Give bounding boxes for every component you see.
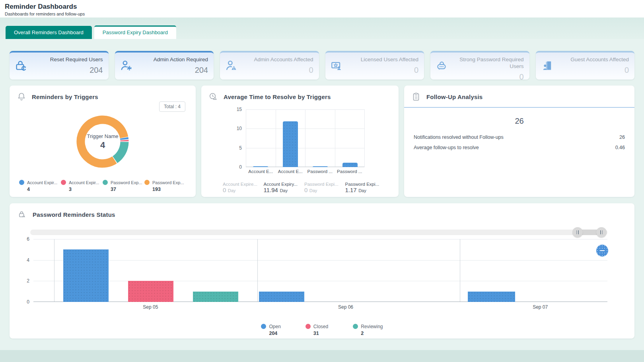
legend-item-open[interactable]: Open 204 xyxy=(261,323,280,336)
panel-title: Password Reminders Status xyxy=(33,211,115,218)
panel-reminders-by-triggers: Reminders by Triggers Total : 4 Trigger … xyxy=(10,86,196,197)
kpi-value: 0 xyxy=(243,66,313,75)
panel-header: Follow-Up Analysis xyxy=(404,92,634,108)
y-tick: 4 xyxy=(27,257,29,263)
panel-title: Average Time to Resolve by Triggers xyxy=(224,93,331,100)
page-header: Reminder Dashboards Dashboards for remin… xyxy=(0,0,644,18)
followup-row-value: 0.46 xyxy=(615,145,625,150)
legend-dot-orange xyxy=(144,180,150,185)
stat-value: 1.17 xyxy=(345,187,357,193)
bar-password-expiry[interactable] xyxy=(342,163,358,167)
legend-item-reviewing[interactable]: Reviewing 2 xyxy=(353,323,383,336)
followup-big-value: 26 xyxy=(404,117,634,126)
bell-icon xyxy=(17,92,26,101)
kpi-card-licensed-users-affected[interactable]: Licensed Users Affected 0 xyxy=(325,51,424,80)
legend-value: 204 xyxy=(269,331,280,336)
bar-closed-sep05[interactable] xyxy=(128,281,173,302)
page-bottom-strip xyxy=(0,350,644,362)
avg-y-axis: 15 10 5 0 xyxy=(220,109,246,167)
donut-center-value: 4 xyxy=(100,140,105,150)
stat-label: Account Expiry... xyxy=(264,182,305,187)
triggers-donut-chart[interactable]: Trigger Name 4 xyxy=(73,112,132,171)
followup-row: Average follow-ups to resolve 0.46 xyxy=(414,142,625,153)
y-tick: 6 xyxy=(27,236,29,242)
legend-label: Password Exp... xyxy=(111,180,142,185)
legend-dot-teal xyxy=(103,180,108,185)
gridline xyxy=(54,239,54,302)
legend-label: Closed xyxy=(313,324,328,329)
kpi-value: 0 xyxy=(559,66,629,75)
stat-value: 11.94 xyxy=(264,187,278,193)
kpi-label: Guest Accounts Affected xyxy=(559,56,629,63)
gridline xyxy=(257,239,258,302)
status-plot-area xyxy=(33,239,607,302)
datazoom-handle-right[interactable] xyxy=(596,227,607,237)
bar-open-sep07[interactable] xyxy=(468,292,515,302)
legend-dot-pink xyxy=(61,180,66,185)
legend-item-closed[interactable]: Closed 31 xyxy=(305,323,328,336)
legend-item[interactable]: Password Exp... 37 xyxy=(103,179,144,192)
legend-label: Account Expir... xyxy=(69,180,99,185)
followup-row-label: Average follow-ups to resolve xyxy=(414,145,479,150)
legend-value: 3 xyxy=(69,187,99,192)
legend-item[interactable]: Account Expir... 4 xyxy=(19,179,61,192)
followup-row: Notifications resolved without Follow-up… xyxy=(414,132,625,142)
status-bar-chart[interactable]: 6 4 2 0 xyxy=(18,239,626,302)
datazoom-slider[interactable] xyxy=(30,230,607,235)
x-label: Password ... xyxy=(305,169,335,174)
x-label: Sep 06 xyxy=(338,304,353,310)
kpi-card-guest-accounts-affected[interactable]: Guest Accounts Affected 0 xyxy=(536,51,635,80)
gridline xyxy=(33,239,607,239)
charts-row: Reminders by Triggers Total : 4 Trigger … xyxy=(10,86,634,197)
stat-account-expiry: Account Expiry... 11.94 Day xyxy=(264,182,305,194)
legend-dot-teal xyxy=(353,324,358,329)
donut-center: Trigger Name 4 xyxy=(73,112,132,171)
legend-dot-blue xyxy=(261,324,266,329)
stat-value: 0 xyxy=(223,187,226,193)
tab-bar: Overall Reminders Dashboard Password Exp… xyxy=(0,18,644,39)
followup-row-value: 26 xyxy=(619,134,625,140)
kpi-card-admin-action-required[interactable]: Admin Action Required 204 xyxy=(115,51,214,80)
bar-password-expire[interactable] xyxy=(313,166,328,167)
legend-value: 193 xyxy=(152,187,184,192)
license-user-icon xyxy=(330,59,344,72)
donut-center-label: Trigger Name xyxy=(87,133,119,139)
panel-average-time-to-resolve: Average Time to Resolve by Triggers 15 1… xyxy=(201,86,399,197)
legend-item[interactable]: Account Expir... 3 xyxy=(61,179,103,192)
user-gear-icon xyxy=(120,59,133,72)
panel-header: Reminders by Triggers xyxy=(17,92,189,101)
avg-plot-area xyxy=(246,109,364,167)
bar-open-sep05[interactable] xyxy=(63,249,109,302)
legend-item[interactable]: Password Exp... 193 xyxy=(144,179,186,192)
y-tick: 2 xyxy=(27,278,29,284)
x-label: Sep 05 xyxy=(143,304,158,310)
x-axis-line xyxy=(33,302,607,302)
status-x-axis-labels: Sep 05 Sep 06 Sep 07 xyxy=(33,304,607,312)
x-label: Account E... xyxy=(276,169,305,174)
gridline xyxy=(335,109,335,167)
bar-account-expiry[interactable] xyxy=(283,121,298,167)
followup-row-label: Notifications resolved without Follow-up… xyxy=(414,134,504,140)
avg-time-bar-chart[interactable]: 15 10 5 0 xyxy=(208,109,391,167)
kpi-card-reset-required-users[interactable]: Reset Required Users 204 xyxy=(10,51,109,80)
gridline xyxy=(460,239,460,302)
page-subtitle: Dashboards for reminders and follow-ups xyxy=(5,12,639,16)
bar-account-expire[interactable] xyxy=(253,166,268,167)
tab-overall-reminders-dashboard[interactable]: Overall Reminders Dashboard xyxy=(6,26,92,39)
gridline xyxy=(364,109,365,167)
bar-reviewing-sep05[interactable] xyxy=(193,292,238,302)
legend-dot-blue xyxy=(19,180,24,185)
followup-rows: Notifications resolved without Follow-up… xyxy=(404,132,634,153)
status-legend: Open 204 Closed 31 Reviewing 2 xyxy=(18,323,626,336)
y-tick: 0 xyxy=(239,164,242,170)
avg-x-axis-labels: Account E... Account E... Password ... P… xyxy=(208,169,391,174)
kpi-card-admin-accounts-affected[interactable]: Admin Accounts Affected 0 xyxy=(220,51,319,80)
bar-open-sep06[interactable] xyxy=(259,292,304,302)
x-label: Password ... xyxy=(335,169,365,174)
kpi-row: Reset Required Users 204 Admin Action Re… xyxy=(10,51,634,80)
kpi-card-strong-password-required-users[interactable]: Strong Password Required Users 0 xyxy=(430,51,529,80)
x-label: Sep 07 xyxy=(533,304,548,310)
tab-password-expiry-dashboard[interactable]: Password Expiry Dashboard xyxy=(94,25,176,39)
gridline xyxy=(246,109,246,167)
datazoom-handle-left[interactable] xyxy=(572,227,583,237)
